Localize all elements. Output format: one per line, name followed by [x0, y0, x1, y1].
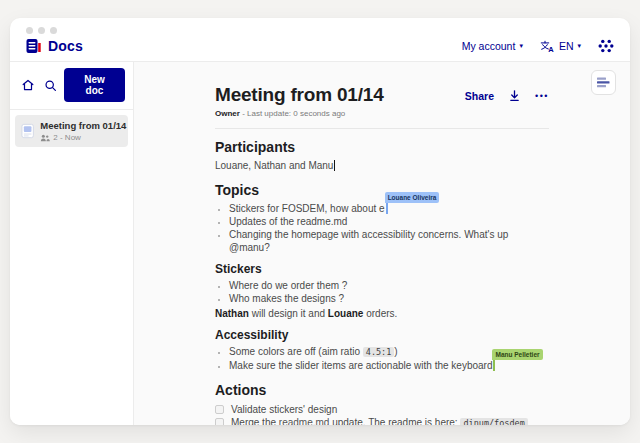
share-button[interactable]: Share [465, 90, 494, 102]
collaborator-cursor: Manu Pelletier [493, 359, 495, 371]
document-editor[interactable]: Meeting from 01/14 Share ••• Owner - Las… [215, 85, 549, 425]
list-item: Where do we order them ? [229, 279, 549, 292]
doc-meta: Owner - Last update: 0 seconds ago [215, 109, 549, 118]
download-icon [508, 89, 521, 102]
doc-list-item[interactable]: Meeting from 01/14 2 - Now [15, 115, 128, 147]
heading-accessibility: Accessibility [215, 328, 549, 342]
checklist-item: Merge the readme.md update. The readme i… [215, 416, 549, 425]
text-cursor [334, 160, 335, 171]
checklist-item: Validate stickers' design [215, 403, 549, 416]
apps-grid-button[interactable] [598, 38, 614, 54]
chevron-down-icon: ▾ [519, 42, 523, 50]
heading-actions: Actions [215, 382, 549, 398]
top-navigation: My account ▾ A EN ▾ [462, 38, 614, 54]
users-icon [40, 134, 50, 142]
sidebar-toolbar: New doc [10, 62, 133, 110]
browser-window: Docs My account ▾ A EN ▾ [10, 18, 630, 425]
app-name: Docs [48, 38, 83, 54]
list-item: Stickers for FOSDEM, how about eLouane O… [229, 202, 549, 215]
actions-checklist: Validate stickers' design Merge the read… [215, 403, 549, 425]
home-button[interactable] [18, 75, 38, 95]
download-button[interactable] [507, 88, 522, 103]
sidebar: New doc Meeting from 01/14 [10, 62, 134, 425]
window-dot[interactable] [38, 27, 45, 34]
main-area: Meeting from 01/14 Share ••• Owner - Las… [134, 62, 630, 425]
list-item: Updates of the readme.md [229, 215, 549, 228]
chevron-down-icon: ▾ [577, 42, 581, 50]
doc-item-meta-text: 2 - Now [53, 133, 81, 142]
search-button[interactable] [41, 75, 61, 95]
window-dot[interactable] [50, 27, 57, 34]
heading-stickers: Stickers [215, 262, 549, 276]
participants-text: Louane, Nathan and Manu [215, 159, 549, 172]
divider [215, 128, 549, 129]
list-item: Changing the homepage with accessibility… [229, 228, 549, 254]
heading-topics: Topics [215, 182, 549, 198]
search-icon [44, 79, 57, 92]
home-icon [21, 78, 35, 92]
stickers-note: Nathan will design it and Louane orders. [215, 307, 549, 320]
my-account-menu[interactable]: My account ▾ [462, 40, 523, 52]
my-account-label: My account [462, 40, 516, 52]
stickers-list: Where do we order them ? Who makes the d… [215, 279, 549, 305]
document-icon [21, 123, 34, 139]
window-controls [10, 18, 630, 37]
collaborator-cursor: Louane Oliveira [386, 202, 388, 214]
svg-text:A: A [548, 44, 554, 52]
list-item: Who makes the designs ? [229, 292, 549, 305]
translate-icon: A [540, 40, 555, 53]
list-item: Make sure the slider items are actionabl… [229, 359, 549, 372]
doc-actions: Share ••• [465, 88, 549, 105]
checkbox[interactable] [215, 405, 224, 414]
doc-owner-badge: Owner [215, 109, 240, 118]
readme-link[interactable]: readme.md [279, 417, 330, 426]
checkbox[interactable] [215, 418, 224, 425]
app-logo[interactable]: Docs [26, 38, 83, 54]
inline-code: 4.5:1 [363, 347, 395, 357]
collaborator-name-badge: Manu Pelletier [492, 349, 542, 360]
doc-item-title: Meeting from 01/14 [40, 120, 122, 131]
heading-participants: Participants [215, 139, 549, 155]
app-header: Docs My account ▾ A EN ▾ [10, 37, 630, 62]
docs-logo-icon [26, 38, 41, 54]
collaborator-name-badge: Louane Oliveira [385, 192, 440, 203]
inline-code: dinum/fosdem [460, 418, 527, 426]
window-dot[interactable] [26, 27, 33, 34]
list-icon [597, 77, 610, 88]
topics-list: Stickers for FOSDEM, how about eLouane O… [215, 202, 549, 254]
accessibility-list: Some colors are off (aim ratio 4.5:1) Ma… [215, 345, 549, 372]
new-doc-button[interactable]: New doc [64, 68, 125, 102]
doc-list: Meeting from 01/14 2 - Now [10, 110, 133, 152]
doc-last-update: - Last update: 0 seconds ago [240, 109, 345, 118]
doc-item-meta: 2 - Now [40, 133, 122, 142]
language-label: EN [559, 40, 574, 52]
language-menu[interactable]: A EN ▾ [540, 40, 581, 53]
more-options-button[interactable]: ••• [535, 92, 549, 100]
apps-grid-icon [598, 38, 614, 54]
doc-title: Meeting from 01/14 [215, 85, 384, 105]
table-of-contents-button[interactable] [591, 70, 616, 95]
